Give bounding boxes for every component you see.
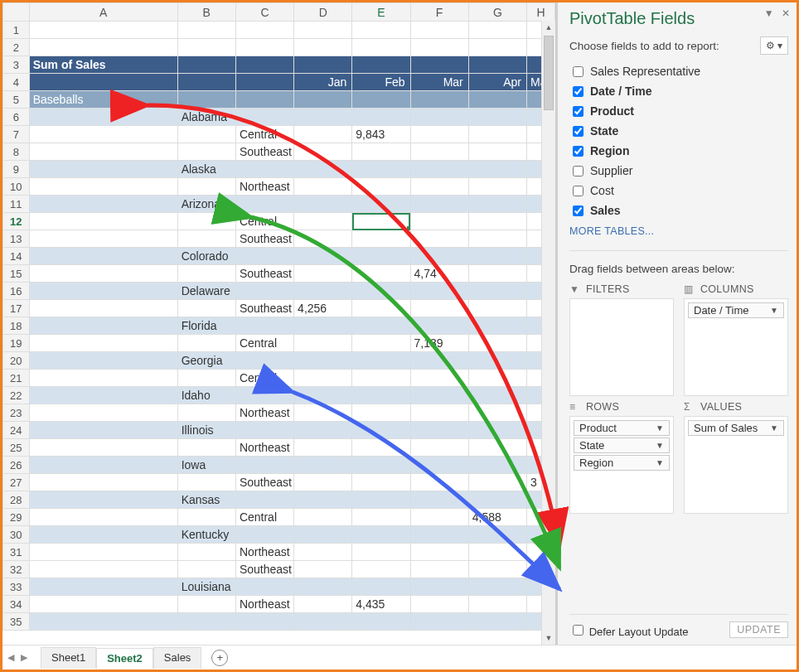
cell-E27[interactable] [352,474,410,491]
cell-A9[interactable] [29,161,177,178]
row-header-8[interactable]: 8 [3,143,30,161]
cell-A22[interactable] [29,387,177,404]
row-header-3[interactable]: 3 [3,56,30,74]
cell-D17[interactable]: 4,256 [294,300,352,317]
cell-E35[interactable] [352,613,410,631]
cell-C30[interactable] [235,526,293,544]
row-header-6[interactable]: 6 [3,109,30,126]
cell-F13[interactable] [410,230,468,248]
cell-F19[interactable]: 7,139 [410,335,468,352]
cell-E25[interactable] [352,439,410,457]
cell-C31[interactable]: Northeast [235,544,293,561]
cell-E2[interactable] [352,39,410,56]
col-header-F[interactable]: F [410,3,468,22]
cell-G16[interactable] [468,283,526,300]
cell-G32[interactable] [468,561,526,578]
cell-C15[interactable]: Southeast [235,265,293,283]
cell-B1[interactable] [177,22,235,39]
cell-C28[interactable] [235,491,293,509]
cell-D8[interactable] [294,143,352,161]
defer-layout-checkbox[interactable]: Defer Layout Update [569,622,689,638]
cell-A16[interactable] [29,283,177,300]
cell-D35[interactable] [294,613,352,631]
cell-A25[interactable] [29,439,177,457]
cell-A23[interactable] [29,404,177,422]
rows-drop-area[interactable]: Product▼State▼Region▼ [569,416,674,514]
cell-E29[interactable] [352,509,410,526]
cell-B2[interactable] [177,39,235,56]
columns-drop-area[interactable]: Date / Time▼ [684,298,788,396]
row-header-25[interactable]: 25 [3,439,30,457]
cell-A5[interactable]: Baseballs [29,91,177,109]
cell-D5[interactable] [294,91,352,109]
cell-F17[interactable] [410,300,468,317]
cell-B28[interactable]: Kansas [177,491,235,509]
cell-E20[interactable] [352,352,410,370]
cell-B6[interactable]: Alabama [177,109,235,126]
cell-G24[interactable] [468,422,526,439]
cell-C18[interactable] [235,317,293,335]
cell-B13[interactable] [177,230,235,248]
rows-item-state[interactable]: State▼ [574,438,670,453]
rows-item-product[interactable]: Product▼ [574,420,670,436]
cell-D29[interactable] [294,509,352,526]
cell-D21[interactable] [294,370,352,387]
field-checkbox-state[interactable]: State [569,121,788,141]
cell-C20[interactable] [235,352,293,370]
cell-F2[interactable] [410,39,468,56]
row-header-9[interactable]: 9 [3,161,30,178]
cell-C12[interactable]: Central [235,213,293,230]
cell-A35[interactable] [29,613,177,631]
cell-D18[interactable] [294,317,352,335]
cell-A6[interactable] [29,109,177,126]
cell-A32[interactable] [29,561,177,578]
col-header-D[interactable]: D [294,3,352,22]
cell-A8[interactable] [29,143,177,161]
cell-G22[interactable] [468,387,526,404]
cell-F28[interactable] [410,491,468,509]
cell-G23[interactable] [468,404,526,422]
cell-A27[interactable] [29,474,177,491]
cell-F32[interactable] [410,561,468,578]
cell-F12[interactable] [410,213,468,230]
cell-C27[interactable]: Southeast [235,474,293,491]
cell-G5[interactable] [468,91,526,109]
values-drop-area[interactable]: Sum of Sales▼ [684,416,788,514]
row-header-18[interactable]: 18 [3,317,30,335]
row-header-33[interactable]: 33 [3,578,30,596]
more-tables-link[interactable]: MORE TABLES... [569,225,788,237]
cell-A31[interactable] [29,544,177,561]
cell-D14[interactable] [294,248,352,265]
cell-C1[interactable] [235,22,293,39]
field-checkbox-cost[interactable]: Cost [569,181,788,201]
row-header-1[interactable]: 1 [3,22,30,39]
cell-C11[interactable] [235,196,293,213]
cell-E24[interactable] [352,422,410,439]
cell-F20[interactable] [410,352,468,370]
cell-F14[interactable] [410,248,468,265]
cell-D4[interactable]: Jan [294,74,352,91]
cell-F6[interactable] [410,109,468,126]
cell-E22[interactable] [352,387,410,404]
row-header-17[interactable]: 17 [3,300,30,317]
cell-B34[interactable] [177,596,235,613]
values-item-sum-of-sales[interactable]: Sum of Sales▼ [688,420,784,436]
field-list-settings-button[interactable]: ⚙ ▾ [760,36,788,55]
cell-D23[interactable] [294,404,352,422]
cell-B30[interactable]: Kentucky [177,526,235,544]
cell-B9[interactable]: Alaska [177,161,235,178]
cell-E8[interactable] [352,143,410,161]
cell-B26[interactable]: Iowa [177,457,235,474]
cell-F30[interactable] [410,526,468,544]
cell-B35[interactable] [177,613,235,631]
row-header-22[interactable]: 22 [3,387,30,404]
cell-A11[interactable] [29,196,177,213]
select-all-corner[interactable] [3,3,30,22]
row-header-13[interactable]: 13 [3,230,30,248]
cell-B10[interactable] [177,178,235,196]
cell-F29[interactable] [410,509,468,526]
cell-D34[interactable] [294,596,352,613]
cell-G31[interactable] [468,544,526,561]
cell-G30[interactable] [468,526,526,544]
cell-D3[interactable] [294,56,352,74]
